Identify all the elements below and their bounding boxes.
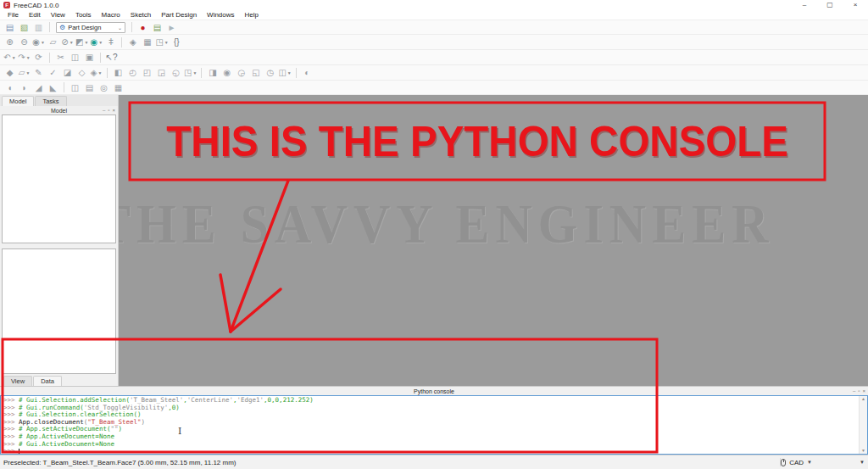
- create-shapebinder-dropdown-icon[interactable]: ▼: [97, 70, 102, 75]
- menu-help[interactable]: Help: [240, 10, 264, 20]
- tab-data[interactable]: Data: [33, 376, 62, 386]
- link-external-dropdown-icon[interactable]: ▼: [164, 40, 169, 45]
- subtractive-loft-button[interactable]: ◱: [249, 67, 262, 79]
- console-line: >>>: [3, 448, 857, 455]
- macro-dialog-button[interactable]: ▤: [151, 21, 164, 33]
- cut-button[interactable]: ✂: [54, 52, 67, 64]
- redo-button[interactable]: ↷▼: [18, 52, 31, 64]
- draw-style-dropdown-icon[interactable]: ▼: [70, 40, 74, 45]
- menu-edit[interactable]: Edit: [24, 10, 46, 20]
- macro-play-button[interactable]: ►: [165, 21, 178, 33]
- model-tree-view[interactable]: [2, 114, 116, 243]
- zoom-selection-button[interactable]: ⊖: [18, 36, 31, 48]
- redo-dropdown-icon[interactable]: ▼: [26, 55, 31, 60]
- pocket-button[interactable]: ◨: [206, 67, 219, 79]
- measure-button[interactable]: ǂ: [104, 36, 117, 48]
- status-bar: Preselected: T_Beam_Steel.T_Beam.Face7 (…: [0, 455, 868, 469]
- fillet-button[interactable]: ◖: [3, 81, 16, 93]
- menu-part-design[interactable]: Part Design: [156, 10, 202, 20]
- create-shapebinder-button[interactable]: ◈▼: [90, 67, 103, 79]
- whats-this-button[interactable]: ↖?: [105, 52, 118, 64]
- python-console-scrollbar[interactable]: ▲ ▼: [859, 396, 867, 454]
- create-sketch-dropdown-icon[interactable]: ▼: [25, 70, 30, 75]
- view-cube-button[interactable]: ◉▼: [32, 36, 45, 48]
- groove-button[interactable]: ◶: [235, 67, 248, 79]
- thickness-button[interactable]: ◣: [47, 81, 59, 93]
- make-group-button[interactable]: ▦: [141, 36, 153, 48]
- zoom-fit-all-button[interactable]: ⊕: [3, 36, 16, 48]
- open-document-button[interactable]: ▧: [18, 21, 31, 33]
- menu-macro[interactable]: Macro: [97, 10, 125, 20]
- additive-pipe-button[interactable]: ◲: [155, 67, 168, 79]
- view-selection-dropdown-icon[interactable]: ▼: [98, 40, 103, 45]
- close-button[interactable]: ×: [843, 0, 868, 10]
- menu-view[interactable]: View: [46, 10, 70, 20]
- scroll-up-icon[interactable]: ▲: [861, 396, 865, 402]
- additive-helix-button[interactable]: ◵: [170, 67, 182, 79]
- additive-loft-button[interactable]: ◰: [141, 67, 153, 79]
- make-link-button[interactable]: ◈: [126, 36, 139, 48]
- polar-pattern-button[interactable]: ◎: [97, 81, 110, 93]
- linear-pattern-button[interactable]: ▤: [83, 81, 96, 93]
- refresh-button[interactable]: ⟳: [32, 52, 45, 64]
- macro-record-button[interactable]: ●: [136, 21, 149, 33]
- mirrored-button[interactable]: ◫: [69, 81, 81, 93]
- workbench-selector[interactable]: ⚙ Part Design ⌄: [56, 22, 125, 33]
- subtractive-primitive-button[interactable]: ◫▼: [278, 67, 291, 79]
- expression-editor-button[interactable]: {}: [170, 36, 183, 48]
- python-console-header[interactable]: Python console –▫×: [0, 387, 868, 395]
- draw-style-button[interactable]: ⊘▼: [61, 36, 74, 48]
- additive-primitive-dropdown-icon[interactable]: ▼: [192, 70, 197, 75]
- additive-primitive-button[interactable]: ◳▼: [184, 67, 197, 79]
- console-minimize-button[interactable]: –: [853, 387, 855, 395]
- subtractive-primitive-dropdown-icon[interactable]: ▼: [287, 70, 292, 75]
- new-document-button[interactable]: ▤: [3, 21, 16, 33]
- navigation-style-selector[interactable]: CAD ▼: [781, 459, 812, 466]
- make-group-icon: ▦: [143, 37, 151, 47]
- pad-button[interactable]: ◧: [112, 67, 125, 79]
- copy-button[interactable]: ◫: [69, 52, 81, 64]
- dock-close-button[interactable]: ×: [112, 106, 115, 114]
- tab-view[interactable]: View: [3, 376, 32, 386]
- dock-float-button[interactable]: ▫: [108, 106, 109, 114]
- menu-windows[interactable]: Windows: [202, 10, 239, 20]
- edit-sketch-button[interactable]: ✎: [32, 67, 45, 79]
- subtractive-pipe-button[interactable]: ◷: [264, 67, 276, 79]
- minimize-button[interactable]: –: [792, 0, 817, 10]
- undo-button[interactable]: ↶▼: [3, 52, 16, 64]
- validate-sketch-button[interactable]: ✓: [47, 67, 59, 79]
- property-editor-view[interactable]: [2, 248, 116, 374]
- save-document-button[interactable]: ▥: [32, 21, 45, 33]
- create-body-button[interactable]: ◆: [3, 67, 16, 79]
- link-external-button[interactable]: ◳▼: [155, 36, 168, 48]
- tab-model[interactable]: Model: [2, 96, 34, 106]
- python-console-input[interactable]: >>> # Gui.Selection.addSelection('T_Beam…: [0, 395, 868, 455]
- std-views-dropdown-icon[interactable]: ▼: [84, 40, 88, 45]
- view-selection-button[interactable]: ◉▼: [90, 36, 103, 48]
- console-close-button[interactable]: ×: [862, 387, 865, 395]
- map-sketch-button[interactable]: ◪: [61, 67, 74, 79]
- hole-button[interactable]: ◉: [220, 67, 233, 79]
- view-cube-dropdown-icon[interactable]: ▼: [41, 40, 45, 45]
- dock-minimize-button[interactable]: –: [103, 106, 105, 114]
- draft-button[interactable]: ◢: [32, 81, 45, 93]
- tab-tasks[interactable]: Tasks: [35, 96, 66, 106]
- chamfer-button[interactable]: ◗: [18, 81, 31, 93]
- fit-selection-button[interactable]: ▱: [47, 36, 59, 48]
- multi-transform-button[interactable]: ▦: [112, 81, 125, 93]
- paste-button[interactable]: ▣: [83, 52, 96, 64]
- boolean-operation-button[interactable]: ◐: [301, 67, 314, 79]
- menu-sketch[interactable]: Sketch: [125, 10, 156, 20]
- status-dropdown-icon[interactable]: ▼: [860, 460, 865, 465]
- 3d-viewport[interactable]: THE SAVVY ENGINEER: [119, 95, 868, 386]
- revolve-button[interactable]: ◴: [126, 67, 139, 79]
- scroll-down-icon[interactable]: ▼: [861, 448, 865, 454]
- create-datum-button[interactable]: ◇: [75, 67, 88, 79]
- std-views-button[interactable]: ◩▼: [75, 36, 88, 48]
- maximize-button[interactable]: ▢: [817, 0, 843, 10]
- console-float-button[interactable]: ▫: [858, 387, 860, 395]
- menu-file[interactable]: File: [3, 10, 24, 20]
- menu-tools[interactable]: Tools: [70, 10, 97, 20]
- create-sketch-button[interactable]: ▱▼: [18, 67, 31, 79]
- undo-dropdown-icon[interactable]: ▼: [12, 55, 16, 60]
